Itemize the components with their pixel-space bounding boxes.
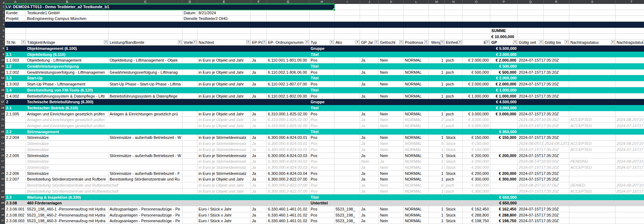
cell-K32[interactable]: Nein [379,188,404,194]
cell-S2[interactable] [569,10,616,16]
cell-T32[interactable]: 2024-07-15T17 [616,188,644,194]
column-header-J[interactable]: J [360,0,379,4]
cell-I27[interactable] [334,158,360,165]
cell-A13[interactable]: 1.3 [5,75,26,81]
cell-M34[interactable] [429,200,445,206]
cell-Q28[interactable]: 2024-07-15T17:35:20Z [518,165,544,171]
cell-Q10[interactable]: 2024-07-15T17:35:20Z [518,57,544,63]
cell-I18[interactable] [334,105,360,111]
cell-P8[interactable]: € 5.500,000 [490,46,518,52]
cell-L12[interactable]: NORMAL [404,69,429,75]
cell-M37[interactable]: 1 [429,218,445,224]
cell-K8[interactable] [379,46,404,52]
cell-T24[interactable]: 2024-08-20T10 [616,141,644,147]
column-header-R[interactable]: R [544,0,569,4]
cell-T16[interactable] [616,93,644,99]
cell-N3[interactable] [445,16,463,22]
cell-D30[interactable] [183,176,197,182]
cell-L21[interactable]: NORMAL [404,123,429,129]
cell-F9[interactable] [251,52,267,58]
cell-S19[interactable] [569,111,616,117]
cell-B16[interactable]: Betriebsführungssystem & Datenpflege - L… [26,93,109,99]
cell-C20[interactable] [109,117,183,123]
cell-C28[interactable] [109,165,183,171]
cell-L27[interactable]: NORMAL [404,158,429,165]
cell-C10[interactable]: Objektleitung - Liftmanagement - Objek [109,57,183,63]
cell-M21[interactable]: 1 [429,123,445,129]
cell-L15[interactable] [404,87,429,93]
cell-N16[interactable]: psch [445,93,463,99]
cell-B33[interactable]: Wartung & Inspektion (6.330) [26,194,109,200]
cell-J34[interactable] [360,200,379,206]
cell-P11[interactable]: € 500,000 [490,63,518,69]
cell-G18[interactable] [267,105,310,111]
cell-E2[interactable]: 8/21/2024 [197,10,251,16]
cell-O20[interactable]: € 3.000,000 [463,117,490,123]
cell-I29[interactable] [334,171,360,177]
cell-R5[interactable] [544,28,569,34]
cell-A12[interactable]: 1.2.002 [5,69,26,75]
cell-K17[interactable] [379,99,404,105]
row-header-14[interactable]: 14 [0,81,5,87]
cell-G22[interactable] [267,129,310,135]
cell-O14[interactable]: € 2.000,000 [463,81,490,87]
cell-G31[interactable]: 6.300.000.2-822.07.00 [267,182,310,188]
cell-T3[interactable] [616,16,644,22]
cell-M5[interactable] [429,28,445,34]
column-header-C[interactable]: C [109,0,183,4]
cell-C14[interactable]: Start-Up Phase - Start-Up Phase - Liftma [109,81,183,87]
cell-S22[interactable] [569,129,616,135]
cell-K9[interactable] [379,52,404,58]
filter-dropdown-icon[interactable]: ▼ [193,40,197,44]
cell-T30[interactable] [616,176,644,182]
cell-L26[interactable]: NORMAL [404,153,429,159]
cell-N5[interactable] [445,28,463,34]
cell-G2[interactable] [267,10,310,16]
cell-O36[interactable]: € 288,800 [463,212,490,218]
cell-B31[interactable]: Bereitstellung Stördienstzentrale und Ru… [26,182,109,188]
cell-E17[interactable] [197,99,251,105]
cell-E10[interactable]: in Euro je Objekt und Jahr [197,57,251,63]
cell-L2[interactable] [404,10,429,16]
cell-A37[interactable]: 2.3.08.003 [5,218,26,224]
cell-G11[interactable] [267,63,310,69]
cell-Q13[interactable] [518,75,544,81]
cell-G23[interactable]: 6.300.000.4-824.03.01 [267,135,310,141]
cell-D13[interactable] [183,75,197,81]
cell-E15[interactable] [197,87,251,93]
cell-O5[interactable] [463,28,490,34]
cell-K29[interactable]: Nein [379,171,404,177]
cell-I6[interactable] [334,34,360,40]
cell-B9[interactable]: Objektleitung (6.110) [26,52,109,58]
cell-H23[interactable]: Pos [310,135,334,141]
cell-G34[interactable] [267,200,310,206]
cell-J25[interactable]: Ja [360,147,379,153]
cell-L20[interactable]: NORMAL [404,117,429,123]
cell-E34[interactable] [197,200,251,206]
cell-Q22[interactable] [518,129,544,135]
cell-P21[interactable] [490,123,518,129]
cell-F17[interactable] [251,99,267,105]
cell-S28[interactable]: ACCEPTED [569,165,616,171]
cell-P29[interactable]: € 200,000 [490,171,518,177]
cell-R3[interactable] [544,16,569,22]
filter-dropdown-icon[interactable]: ▼ [440,40,444,44]
cell-L23[interactable]: NORMAL [404,135,429,141]
cell-D33[interactable] [183,194,197,200]
cell-S21[interactable]: ACCEPTED [569,123,616,129]
cell-C16[interactable]: Betriebsführungssystem & Datenpflege [109,93,183,99]
row-header-6[interactable]: 6 [0,34,5,40]
cell-L11[interactable] [404,63,429,69]
cell-E8[interactable] [197,46,251,52]
cell-I28[interactable] [334,165,360,171]
filter-dropdown-icon[interactable]: ▼ [539,40,543,44]
cell-D37[interactable] [183,218,197,224]
cell-E30[interactable]: in Euro je Objekt und Jahr [197,176,251,182]
cell-G36[interactable]: 6.330.460.1-461.01.02 [267,212,310,218]
cell-B27[interactable]: Störeinsätze [26,158,109,165]
cell-C26[interactable]: Störeinsätze - außerhalb Betriebszeit - … [109,153,183,159]
cell-H19[interactable]: Pos [310,111,334,117]
cell-A32[interactable] [5,188,26,194]
cell-D35[interactable] [183,206,197,212]
cell-G14[interactable]: 6.110.002.1-807.07.00 [267,81,310,87]
